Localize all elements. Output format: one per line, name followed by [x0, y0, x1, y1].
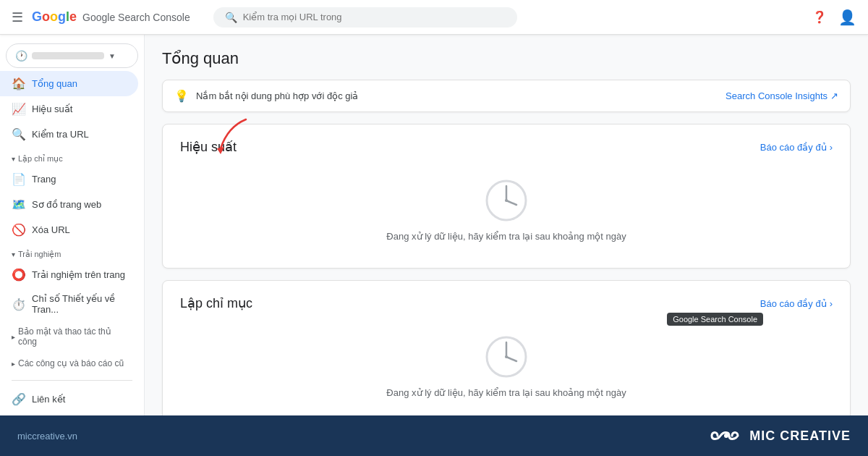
- google-logo: Google: [32, 9, 77, 25]
- help-icon[interactable]: ❓: [812, 10, 827, 24]
- sidebar-item-label: Sơ đồ trang web: [32, 199, 101, 210]
- svg-line-2: [506, 200, 516, 205]
- main-content: Tổng quan 💡 Nắm bắt nội dung phù hợp với…: [145, 35, 868, 415]
- home-icon: 🏠: [12, 77, 25, 90]
- alert-icon: 💡: [174, 89, 189, 103]
- section-label: Lập chỉ mục: [18, 154, 63, 164]
- search-icon: 🔍: [12, 127, 25, 141]
- section-bao-mat[interactable]: ▸ Bảo mật và thao tác thủ công: [0, 321, 144, 352]
- app-title: Google Search Console: [82, 12, 190, 23]
- sidebar-item-xoa-url[interactable]: 🚫 Xóa URL: [0, 217, 138, 242]
- alert-link-text: Search Console Insights: [726, 90, 827, 101]
- sidebar-item-so-do-trang-web[interactable]: 🗺️ Sơ đồ trang web: [0, 192, 138, 217]
- search-icon: 🔍: [225, 12, 237, 23]
- card-header: Lập chỉ mục Báo cáo đầy đủ ›: [180, 295, 833, 311]
- alert-link[interactable]: Search Console Insights ↗: [726, 90, 838, 101]
- card-title: Lập chỉ mục: [180, 295, 252, 311]
- section-trai-nghiem[interactable]: ▾ Trải nghiệm: [0, 242, 144, 262]
- card-body-lap-chi-muc: Google Search Console Đang xử lý dữ liệu…: [180, 323, 833, 410]
- svg-point-3: [505, 199, 508, 202]
- sidebar-item-label: Chỉ số Thiết yếu về Tran...: [32, 293, 127, 315]
- sidebar-item-tong-quan[interactable]: 🏠 Tổng quan: [0, 71, 138, 96]
- property-text: [32, 52, 104, 59]
- section-label: Trải nghiệm: [18, 250, 61, 259]
- metrics-icon: ⏱️: [12, 297, 25, 311]
- sidebar-item-kiem-tra-url[interactable]: 🔍 Kiểm tra URL: [0, 122, 138, 147]
- section-label: Bảo mật và thao tác thủ công: [18, 326, 132, 347]
- menu-icon[interactable]: ☰: [12, 9, 23, 25]
- card-link-label: Báo cáo đầy đủ: [760, 298, 827, 309]
- chevron-down-icon: ▾: [12, 250, 15, 258]
- alert-text: Nắm bắt nội dung phù hợp với độc giả: [196, 90, 718, 101]
- search-bar[interactable]: 🔍: [213, 7, 517, 28]
- sidebar-item-label: Xóa URL: [32, 224, 70, 235]
- sidebar-item-label: Tổng quan: [32, 78, 77, 89]
- page-icon: 📄: [12, 172, 25, 186]
- card-title: Hiệu suất: [180, 139, 237, 155]
- sidebar-item-hieu-suat[interactable]: 📈 Hiệu suất: [0, 96, 138, 122]
- footer-brand: MIC CREATIVE: [710, 426, 851, 446]
- loading-clock-icon: [485, 179, 528, 222]
- external-link-icon: ↗: [830, 90, 838, 101]
- card-header: Hiệu suất Báo cáo đầy đủ ›: [180, 139, 833, 155]
- account-icon[interactable]: 👤: [838, 9, 856, 26]
- section-lap-chi-muc[interactable]: ▾ Lập chỉ mục: [0, 147, 144, 166]
- section-label: Các công cụ và báo cáo cũ: [18, 358, 124, 368]
- clock-icon: 🕐: [15, 50, 27, 62]
- card-link-hieu-suat[interactable]: Báo cáo đầy đủ ›: [760, 142, 833, 153]
- sitemap-icon: 🗺️: [12, 198, 25, 211]
- sidebar-item-label: Hiệu suất: [32, 104, 72, 114]
- chevron-right-icon: ›: [830, 298, 833, 309]
- footer-brand-name: MIC CREATIVE: [749, 428, 851, 444]
- sidebar-item-label: Trải nghiệm trên trang: [32, 269, 125, 280]
- svg-point-9: [724, 434, 728, 438]
- svg-point-7: [505, 355, 508, 358]
- property-selector[interactable]: 🕐 ▼: [6, 43, 138, 68]
- chevron-right-icon: ›: [830, 142, 833, 153]
- sidebar-item-trai-nghiem-tren-trang[interactable]: ⭕ Trải nghiệm trên trang: [0, 262, 138, 287]
- chevron-right-icon: ▸: [12, 360, 15, 368]
- chevron-down-icon: ▾: [12, 155, 15, 163]
- section-cac-cong-cu[interactable]: ▸ Các công cụ và báo cáo cũ: [0, 352, 144, 374]
- page-title: Tổng quan: [162, 49, 851, 68]
- chevron-right-icon: ▸: [12, 333, 15, 341]
- app-logo: Google Google Search Console: [32, 9, 190, 25]
- sidebar-item-chi-so-thiet-yeu[interactable]: ⏱️ Chỉ số Thiết yếu về Tran...: [0, 287, 138, 321]
- link-icon: 🔗: [12, 392, 25, 406]
- experience-icon: ⭕: [12, 268, 25, 282]
- mic-creative-logo-icon: [710, 426, 742, 446]
- footer: miccreative.vn MIC CREATIVE: [0, 415, 868, 456]
- svg-line-6: [506, 357, 516, 361]
- sidebar-item-label: Kiểm tra URL: [32, 129, 89, 140]
- gsc-tooltip: Google Search Console: [667, 313, 763, 326]
- loading-text: Đang xử lý dữ liệu, hãy kiểm tra lại sau…: [386, 387, 626, 398]
- footer-website: miccreative.vn: [17, 431, 77, 442]
- search-input[interactable]: [243, 12, 506, 22]
- chart-icon: 📈: [12, 102, 25, 116]
- loading-text: Đang xử lý dữ liệu, hãy kiểm tra lại sau…: [386, 231, 626, 242]
- header: ☰ Google Google Search Console 🔍 ❓ 👤: [0, 0, 868, 35]
- sidebar-item-trang[interactable]: 📄 Trang: [0, 166, 138, 192]
- card-link-lap-chi-muc[interactable]: Báo cáo đầy đủ ›: [760, 298, 833, 309]
- chevron-down-icon: ▼: [109, 52, 116, 60]
- card-body-hieu-suat: Đang xử lý dữ liệu, hãy kiểm tra lại sau…: [180, 166, 833, 253]
- card-hieu-suat: Hiệu suất Báo cáo đầy đủ › Đang xử lý dữ…: [162, 124, 851, 269]
- sidebar-item-label: Trang: [32, 174, 56, 185]
- alert-banner: 💡 Nắm bắt nội dung phù hợp với độc giả S…: [162, 80, 851, 112]
- sidebar-item-lien-ket[interactable]: 🔗 Liên kết: [0, 387, 138, 412]
- header-actions: ❓ 👤: [812, 9, 856, 26]
- card-link-label: Báo cáo đầy đủ: [760, 142, 827, 153]
- sidebar: 🕐 ▼ 🏠 Tổng quan 📈 Hiệu suất 🔍 Kiểm tra U…: [0, 35, 145, 415]
- remove-icon: 🚫: [12, 223, 25, 237]
- main-layout: 🕐 ▼ 🏠 Tổng quan 📈 Hiệu suất 🔍 Kiểm tra U…: [0, 35, 868, 415]
- loading-clock-icon: [485, 335, 528, 379]
- card-lap-chi-muc: Lập chỉ mục Báo cáo đầy đủ › Google Sear…: [162, 280, 851, 415]
- sidebar-item-label: Liên kết: [32, 394, 65, 405]
